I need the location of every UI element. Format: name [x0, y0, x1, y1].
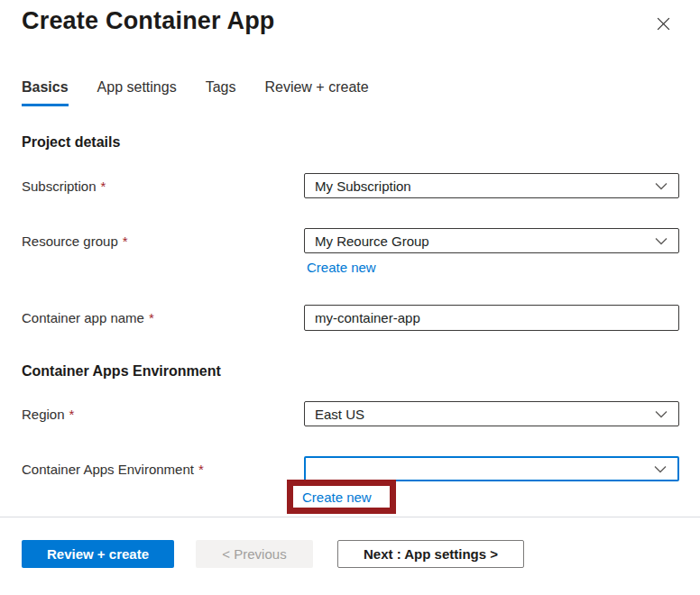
region-label: Region* — [22, 401, 304, 426]
chevron-down-icon — [655, 237, 668, 245]
subscription-dropdown[interactable]: My Subscription — [304, 173, 679, 198]
required-asterisk: * — [123, 233, 128, 249]
subscription-value: My Subscription — [315, 178, 411, 194]
container-apps-environment-row: Container Apps Environment* — [22, 456, 679, 481]
create-container-app-dialog: { "dialog": { "title": "Create Container… — [0, 0, 700, 595]
create-new-resource-group-link[interactable]: Create new — [307, 260, 376, 275]
subscription-row: Subscription* My Subscription — [22, 173, 679, 198]
container-apps-environment-label: Container Apps Environment* — [22, 456, 304, 481]
region-dropdown[interactable]: East US — [304, 401, 679, 426]
chevron-down-icon — [655, 410, 668, 418]
required-asterisk: * — [198, 462, 204, 477]
tab-review-create[interactable]: Review + create — [264, 79, 368, 106]
chevron-down-icon — [654, 465, 667, 473]
resource-group-row: Resource group* My Reource Group — [22, 228, 679, 253]
close-icon[interactable] — [651, 12, 675, 35]
container-app-name-input[interactable]: my-container-app — [304, 305, 679, 331]
resource-group-value: My Reource Group — [315, 233, 429, 249]
region-value: East US — [315, 407, 364, 422]
resource-group-label: Resource group* — [22, 228, 304, 253]
container-app-name-value: my-container-app — [315, 310, 420, 325]
previous-button[interactable]: < Previous — [196, 540, 313, 568]
tab-bar: Basics App settings Tags Review + create — [22, 79, 369, 106]
container-app-name-label: Container app name* — [22, 305, 304, 331]
tab-basics[interactable]: Basics — [22, 79, 69, 106]
tab-tags[interactable]: Tags — [206, 79, 236, 106]
create-new-environment-link[interactable]: Create new — [302, 490, 372, 505]
container-app-name-row: Container app name* my-container-app — [22, 305, 679, 331]
region-row: Region* East US — [22, 401, 679, 426]
section-container-apps-environment: Container Apps Environment — [22, 363, 221, 380]
chevron-down-icon — [655, 182, 668, 190]
annotation-highlight-box: Create new — [287, 480, 396, 514]
container-apps-environment-dropdown[interactable] — [304, 456, 679, 481]
required-asterisk: * — [101, 178, 106, 194]
review-create-button[interactable]: Review + create — [22, 540, 174, 568]
page-title: Create Container App — [22, 7, 275, 35]
subscription-label: Subscription* — [22, 173, 304, 198]
section-project-details: Project details — [22, 134, 120, 151]
tab-app-settings[interactable]: App settings — [97, 79, 177, 106]
footer-divider — [0, 517, 700, 517]
next-app-settings-button[interactable]: Next : App settings > — [337, 540, 524, 568]
required-asterisk: * — [149, 310, 154, 325]
required-asterisk: * — [69, 407, 75, 422]
resource-group-dropdown[interactable]: My Reource Group — [304, 228, 679, 253]
